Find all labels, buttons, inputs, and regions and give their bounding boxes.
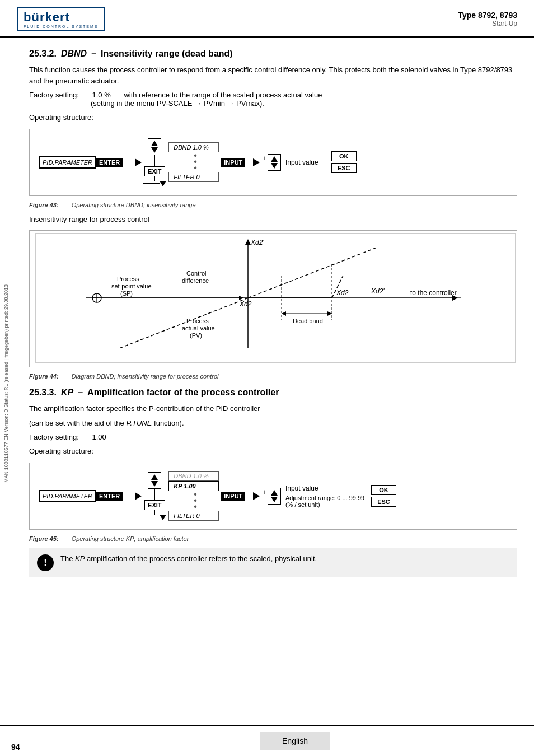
info-note: The KP amplification of the process cont… xyxy=(60,553,317,564)
svg-text:Xd2': Xd2' xyxy=(371,287,385,295)
filter-display-1: FILTER 0 xyxy=(168,172,219,182)
ok-box-1: OK xyxy=(331,151,357,161)
info-box-kp: ! The KP amplification of the process co… xyxy=(29,548,517,577)
main-content: 25.3.2. DBND – Insensitivity range (dead… xyxy=(12,38,534,594)
fig44-caption: Figure 44: Diagram DBND; insensitivity r… xyxy=(29,373,517,380)
ok-esc-col-1: OK ESC xyxy=(331,151,357,173)
up-arrow-3 xyxy=(151,474,158,480)
page-header: bürkert FLUID CONTROL SYSTEMS Type 8792,… xyxy=(0,0,534,38)
header-startup: Start-Up xyxy=(458,20,517,27)
adj-range: Adjustment range: 0 ... 99.99 xyxy=(285,494,364,501)
ok-esc-col-2: OK ESC xyxy=(371,485,396,507)
svg-text:Process: Process xyxy=(186,318,209,324)
nav-col-2 xyxy=(268,154,281,171)
input-value-2: Input value xyxy=(285,484,364,492)
pid-param-box-1: PID.PARAMETER xyxy=(39,156,96,169)
logo: bürkert FLUID CONTROL SYSTEMS xyxy=(17,7,105,31)
sidebar-version-text: MAN 1000118577 EN Version: D Status: RL … xyxy=(0,56,12,711)
exit-box-1: EXIT xyxy=(144,166,165,176)
operating-label-253: Operating structure: xyxy=(29,112,517,123)
svg-text:difference: difference xyxy=(182,277,209,284)
nav-col-3: EXIT xyxy=(143,472,166,520)
esc-box-2: ESC xyxy=(371,497,396,507)
up-arrow-2 xyxy=(271,156,278,162)
logo-subtitle: FLUID CONTROL SYSTEMS xyxy=(24,25,99,29)
fig43-caption: Figure 43: Operating structure DBND; ins… xyxy=(29,202,517,208)
page-footer: 94 English xyxy=(0,725,534,756)
footer-center: English xyxy=(56,726,534,756)
operating-label-254: Operating structure: xyxy=(29,446,517,457)
svg-text:Control: Control xyxy=(186,270,206,277)
input-info-2: Input value Adjustment range: 0 ... 99.9… xyxy=(285,484,364,508)
input-box-1: INPUT xyxy=(221,158,245,167)
down-arrow-4 xyxy=(271,497,278,502)
arrow-3 xyxy=(124,492,142,500)
arrow-1 xyxy=(124,158,142,166)
adj-unit: (% / set unit) xyxy=(285,501,364,508)
factory-setting-253: Factory setting: 1.0 % with reference to… xyxy=(29,91,517,108)
plus-minus-2: + – xyxy=(262,488,266,505)
svg-text:(PV): (PV) xyxy=(190,332,202,339)
section-253-para1: This function causes the process control… xyxy=(29,64,517,86)
down-arrow-1 xyxy=(151,147,158,153)
header-type: Type 8792, 8793 xyxy=(458,11,517,20)
arrow-4 xyxy=(246,492,260,500)
nav-col-1: EXIT xyxy=(143,138,166,186)
svg-text:to the controller: to the controller xyxy=(410,289,457,297)
svg-text:actual value: actual value xyxy=(182,325,215,332)
down-arrow-2 xyxy=(271,163,278,169)
dbnd-display-2: DBND 1.0 % xyxy=(168,471,219,481)
logo-text: bürkert xyxy=(24,10,99,25)
section-254-para1: The amplification factor specifies the P… xyxy=(29,403,517,414)
svg-text:Xd2': Xd2' xyxy=(250,239,264,246)
up-arrow-4 xyxy=(271,490,278,496)
filter-display-2: FILTER 0 xyxy=(168,511,219,521)
arrow-2 xyxy=(246,158,260,166)
svg-text:Xd2: Xd2 xyxy=(336,289,349,297)
exit-box-2: EXIT xyxy=(144,500,165,510)
language-label: English xyxy=(260,732,330,750)
fig45-caption: Figure 45: Operating structure KP; ampli… xyxy=(29,535,517,542)
plus-minus-1: + – xyxy=(262,154,266,171)
svg-text:Xd2: Xd2 xyxy=(239,300,252,308)
nav-col-4 xyxy=(268,488,281,505)
pid-param-box-2: PID.PARAMETER xyxy=(39,490,96,502)
input-value-1: Input value xyxy=(285,158,325,166)
section-254-heading: 25.3.3. KP – Amplification factor of the… xyxy=(29,388,517,398)
svg-text:set-point value: set-point value xyxy=(111,283,152,290)
input-box-2: INPUT xyxy=(221,492,245,501)
enter-box-1: ENTER xyxy=(96,158,123,167)
diagram-253: PID.PARAMETER ENTER EXIT xyxy=(29,129,517,196)
down-arrow-3 xyxy=(151,481,158,487)
section-254-para2: (can be set with the aid of the P.TUNE f… xyxy=(29,418,517,429)
info-icon: ! xyxy=(37,554,54,571)
insensitivity-label: Insensitivity range for process control xyxy=(29,214,517,225)
page-number: 94 xyxy=(0,726,56,756)
esc-box-1: ESC xyxy=(331,163,357,173)
enter-box-2: ENTER xyxy=(96,492,123,501)
section-253-heading: 25.3.2. DBND – Insensitivity range (dead… xyxy=(29,49,517,59)
factory-setting-254: Factory setting: 1.00 xyxy=(29,433,517,441)
svg-text:Dead band: Dead band xyxy=(293,318,323,324)
diagram-254: PID.PARAMETER ENTER EXIT xyxy=(29,463,517,530)
header-info: Type 8792, 8793 Start-Up xyxy=(458,11,517,27)
svg-text:(SP): (SP) xyxy=(120,290,133,297)
up-arrow-1 xyxy=(151,141,158,146)
svg-text:Process: Process xyxy=(117,276,139,282)
ok-box-2: OK xyxy=(371,485,396,495)
process-diagram-253: Xd2' Xd2 Dead band Xd2 Xd2' xyxy=(29,230,517,367)
